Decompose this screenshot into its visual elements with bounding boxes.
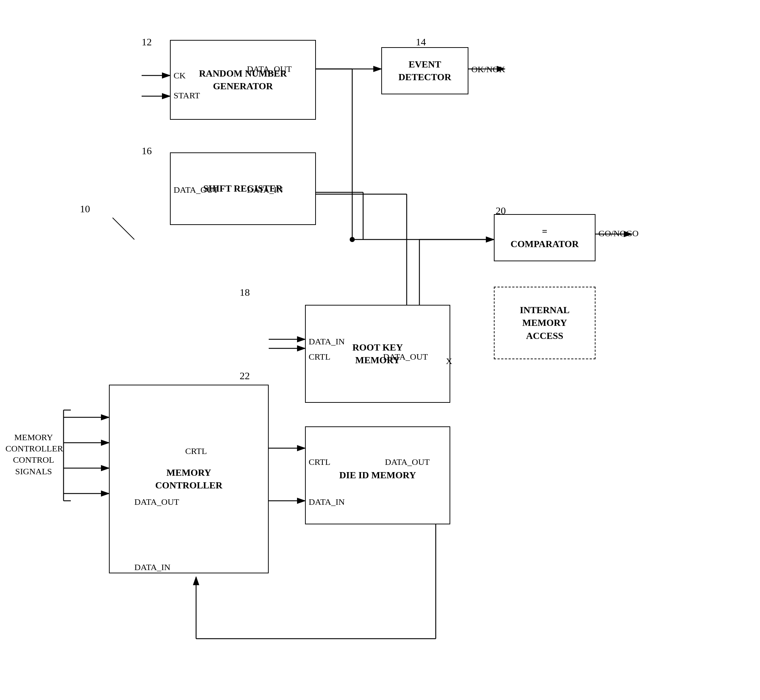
diagram: 10 12 14 16 18 20 22 24 RANDOM NUMBERGEN… [0, 0, 760, 700]
ref-16: 16 [142, 145, 152, 157]
event-detector-block: EVENTDETECTOR [381, 47, 469, 94]
ref-10: 10 [80, 203, 90, 215]
mc-crtl-label: CRTL [185, 446, 207, 456]
ref-12: 12 [142, 36, 152, 48]
internal-memory-block: INTERNALMEMORYACCESS [494, 287, 595, 359]
ref-22: 22 [240, 370, 250, 382]
rkm-datain-label: DATA_IN [309, 337, 345, 347]
ref-14: 14 [416, 36, 426, 48]
rkm-crtl-label: CRTL [309, 352, 331, 362]
sr-datain-label: DATA_IN [247, 185, 283, 195]
go-nogo-label: GO/NOGO [599, 229, 639, 238]
mc-label: MEMORYCONTROLLER [155, 466, 223, 492]
mc-control-signals-label: MEMORYCONTROLLERCONTROLSIGNALS [5, 432, 62, 477]
dim-dataout-label: DATA_OUT [385, 457, 429, 467]
rkm-dataout-label: DATA_OUT [383, 352, 428, 362]
dim-crtl-label: CRTL [309, 457, 331, 467]
rng-dataout-label: DATA_OUT [247, 64, 291, 74]
die-id-memory-block: DIE ID MEMORY [305, 427, 450, 524]
rng-start-label: START [174, 91, 200, 100]
sr-dataout-label: DATA_OUT [174, 185, 218, 195]
svg-line-36 [113, 218, 134, 239]
mc-dataout-label: DATA_OUT [134, 497, 179, 507]
rng-block: RANDOM NUMBERGENERATOR [170, 40, 316, 120]
dim-datain-label2: DATA_IN [309, 497, 345, 507]
internal-memory-label: INTERNALMEMORYACCESS [520, 304, 569, 342]
ok-nok-label: OK/NOK [471, 65, 505, 74]
memory-controller-block: MEMORYCONTROLLER [109, 384, 269, 573]
x-label: X [446, 356, 452, 366]
comparator-block: =COMPARATOR [494, 214, 595, 261]
comparator-label: =COMPARATOR [511, 225, 579, 250]
mc-datain-label: DATA_IN [134, 562, 170, 572]
dim-label: DIE ID MEMORY [339, 469, 416, 481]
ref-18: 18 [240, 287, 250, 298]
rng-ck-label: CK [174, 71, 186, 81]
svg-point-11 [350, 237, 355, 242]
event-detector-label: EVENTDETECTOR [398, 58, 451, 83]
